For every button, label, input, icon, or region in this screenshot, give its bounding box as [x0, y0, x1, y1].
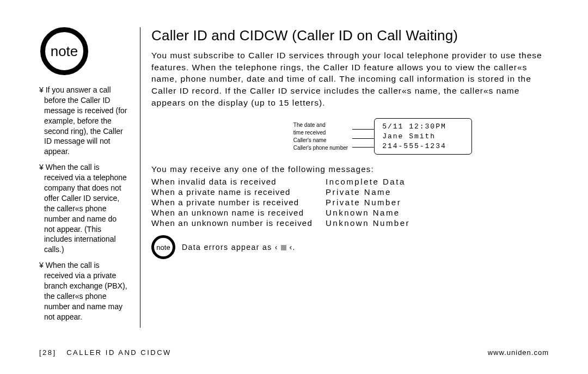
- square-icon: [281, 245, 286, 250]
- diagram-label: time received: [293, 129, 348, 137]
- sidebar-list: ¥ If you answer a call before the Caller…: [39, 85, 129, 322]
- inline-note-text: Data errors appear as ‹ ‹.: [182, 243, 296, 252]
- msg-value: Private Name: [326, 187, 391, 197]
- lcd-display: 5/11 12:30PM Jane Smith 214-555-1234: [374, 118, 472, 155]
- msg-value: Unknown Number: [326, 218, 410, 228]
- caller-id-diagram: The date and time received Caller's name…: [217, 118, 549, 155]
- messages-intro: You may receive any one of the following…: [151, 164, 549, 174]
- note-badge-small-icon: note: [151, 235, 175, 259]
- diagram-label: Caller's name: [293, 137, 348, 144]
- footer-left: [28] CALLER ID AND CIDCW: [39, 348, 171, 357]
- page-title: Caller ID and CIDCW (Caller ID on Call W…: [151, 27, 549, 44]
- diagram-labels: The date and time received Caller's name…: [293, 121, 352, 152]
- msg-condition: When invalid data is received: [151, 177, 326, 186]
- lcd-line: 5/11 12:30PM: [382, 122, 464, 132]
- table-row: When invalid data is received Incomplete…: [151, 177, 549, 186]
- msg-condition: When a private number is received: [151, 198, 326, 207]
- note-badge-label: note: [51, 43, 78, 60]
- msg-value: Incomplete Data: [326, 177, 406, 186]
- messages-table: When invalid data is received Incomplete…: [151, 177, 549, 228]
- list-item: ¥ When the call is received via a teleph…: [39, 162, 129, 255]
- msg-condition: When a private name is received: [151, 187, 326, 197]
- table-row: When a private number is received Privat…: [151, 198, 549, 207]
- msg-value: Unknown Name: [326, 208, 400, 217]
- table-row: When a private name is received Private …: [151, 187, 549, 197]
- page: note ¥ If you answer a call before the C…: [39, 27, 549, 328]
- diagram-label: Caller's phone number: [293, 144, 348, 152]
- table-row: When an unknown number is received Unkno…: [151, 218, 549, 228]
- intro-text: You must subscribe to Caller ID services…: [151, 50, 549, 108]
- sidebar: note ¥ If you answer a call before the C…: [39, 27, 129, 328]
- note-badge-small-label: note: [156, 243, 170, 252]
- list-item: ¥ If you answer a call before the Caller…: [39, 85, 129, 157]
- lcd-line: 214-555-1234: [382, 142, 464, 151]
- msg-condition: When an unknown name is received: [151, 208, 326, 217]
- list-item: ¥ When the call is received via a privat…: [39, 260, 129, 322]
- footer-url: www.uniden.com: [488, 348, 549, 357]
- inline-note: note Data errors appear as ‹ ‹.: [151, 235, 549, 259]
- note-badge-icon: note: [40, 27, 88, 75]
- diagram-lines: [352, 122, 374, 151]
- page-number: [28]: [39, 348, 57, 357]
- msg-value: Private Number: [326, 198, 401, 207]
- lcd-line: Jane Smith: [382, 132, 464, 142]
- table-row: When an unknown name is received Unknown…: [151, 208, 549, 217]
- main-content: Caller ID and CIDCW (Caller ID on Call W…: [140, 27, 549, 328]
- section-title: CALLER ID AND CIDCW: [66, 348, 171, 357]
- footer: [28] CALLER ID AND CIDCW www.uniden.com: [39, 348, 549, 357]
- diagram-label: The date and: [293, 121, 348, 129]
- msg-condition: When an unknown number is received: [151, 218, 326, 228]
